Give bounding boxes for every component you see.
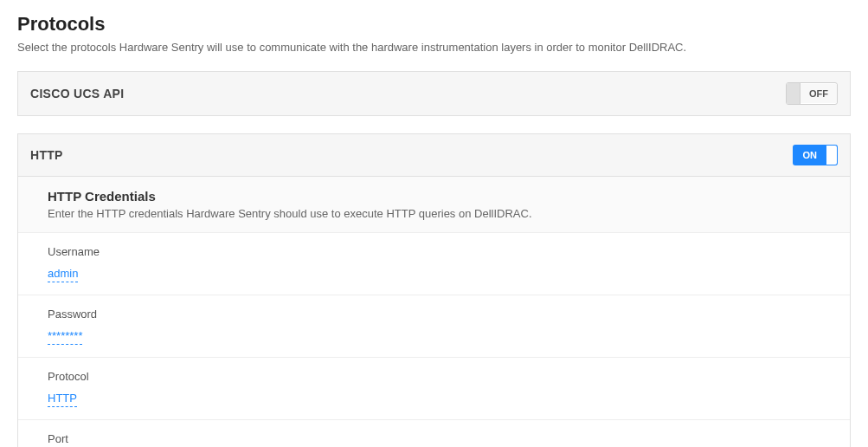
field-row-protocol: Protocol HTTP [18,358,850,420]
field-row-username: Username admin [18,233,850,295]
field-row-password: Password ******** [18,295,850,358]
http-credentials-section: HTTP Credentials Enter the HTTP credenti… [18,176,850,447]
toggle-knob [787,83,800,104]
protocol-header-cisco: CISCO UCS API OFF [18,72,850,115]
http-credentials-header: HTTP Credentials Enter the HTTP credenti… [18,177,850,233]
toggle-label-cisco: OFF [800,84,837,103]
toggle-knob [826,145,838,165]
protocol-label: Protocol [48,370,838,383]
toggle-http[interactable]: ON [793,145,839,165]
toggle-cisco[interactable]: OFF [786,82,838,105]
protocol-panel-cisco: CISCO UCS API OFF [17,71,851,116]
http-credentials-description: Enter the HTTP credentials Hardware Sent… [48,207,838,220]
protocol-header-http: HTTP ON [18,134,850,176]
protocol-panel-http: HTTP ON HTTP Credentials Enter the HTTP … [17,133,851,447]
protocol-title-http: HTTP [30,148,63,162]
toggle-label-http: ON [793,145,826,165]
username-label: Username [48,245,838,258]
http-credentials-title: HTTP Credentials [48,189,838,204]
page-description: Select the protocols Hardware Sentry wil… [17,41,851,54]
field-row-port: Port 3001 [18,420,850,447]
password-input[interactable]: ******** [48,329,82,345]
port-label: Port [48,432,838,445]
password-label: Password [48,308,838,321]
protocol-title-cisco: CISCO UCS API [30,87,124,100]
page-title: Protocols [17,13,851,36]
username-input[interactable]: admin [48,267,78,282]
protocol-input[interactable]: HTTP [48,392,77,407]
